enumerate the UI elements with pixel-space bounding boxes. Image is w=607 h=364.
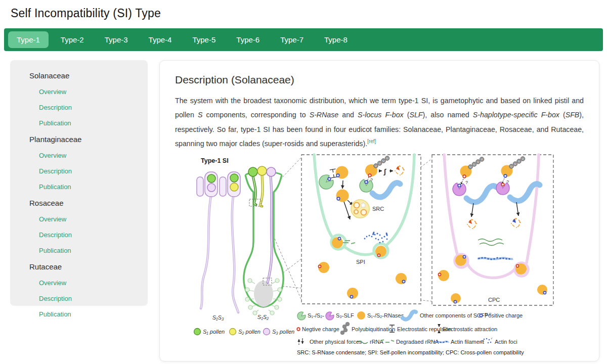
sidebar-link-rutaceae-description[interactable]: Description xyxy=(10,291,148,306)
tab-type-8[interactable]: Type-8 xyxy=(316,31,356,48)
sidebar-link-plantaginaceae-description[interactable]: Description xyxy=(10,163,148,179)
svg-text:S₃-SLF: S₃-SLF xyxy=(336,312,354,318)
tab-type-7[interactable]: Type-7 xyxy=(272,31,312,48)
sidebar-link-rutaceae-overview[interactable]: Overview xyxy=(10,275,148,291)
page-title: Self Incompatibility (SI) Type xyxy=(11,7,607,20)
sidebar-link-solanaceae-publication[interactable]: Publication xyxy=(10,115,148,131)
svg-text:Other physical forces: Other physical forces xyxy=(310,339,362,345)
description-panel: Description (Solanaceae) The system with… xyxy=(159,60,599,361)
src-label: SRC xyxy=(372,206,384,212)
sidebar-link-solanaceae-overview[interactable]: Overview xyxy=(10,84,148,100)
sidebar-family-plantaginaceae: Plantaginaceae xyxy=(10,131,148,148)
cpc-panel: ? ? xyxy=(432,155,553,305)
svg-text:Degradaed rRNA: Degradaed rRNA xyxy=(396,339,439,345)
svg-text:Electrostatic attraction: Electrostatic attraction xyxy=(443,326,497,332)
abbreviation-line: SRC: S-RNase condensate; SPI: Self-polle… xyxy=(297,349,524,355)
tab-type-5[interactable]: Type-5 xyxy=(184,31,224,48)
tab-type-6[interactable]: Type-6 xyxy=(228,31,268,48)
s1s2-label: S₁S₂ xyxy=(257,314,269,320)
sidebar-link-rosaceae-publication[interactable]: Publication xyxy=(10,243,148,258)
sidebar-link-rosaceae-description[interactable]: Description xyxy=(10,227,148,243)
tab-type-1[interactable]: Type-1 xyxy=(8,31,49,48)
svg-text:Positive charge: Positive charge xyxy=(485,312,523,318)
tab-type-3[interactable]: Type-3 xyxy=(96,31,137,48)
figure-legend-row2: Negtive charge Polyubiquitination Electr… xyxy=(297,322,497,335)
svg-text:Polyubiquitination: Polyubiquitination xyxy=(352,326,395,332)
pistil-s1s3 xyxy=(197,172,240,312)
tab-type-4[interactable]: Type-4 xyxy=(140,31,181,48)
reference-link[interactable]: [ref] xyxy=(367,139,376,144)
svg-text:?: ? xyxy=(465,180,468,185)
negative-charge-icon xyxy=(297,328,300,331)
si-figure: U U U U xyxy=(193,153,599,358)
sidebar-link-rosaceae-overview[interactable]: Overview xyxy=(10,211,148,227)
figure-legend-row1: S₁-/S₂- S₃-SLF S₁-/S₂-RNases Other compo… xyxy=(297,311,523,320)
sidebar-link-plantaginaceae-overview[interactable]: Overview xyxy=(10,148,148,163)
spi-label: SPI xyxy=(356,259,365,265)
svg-text:S₁-/S₂-: S₁-/S₂- xyxy=(308,312,324,318)
section-heading: Description (Solanaceae) xyxy=(175,74,584,86)
svg-text:S₁-/S₂-RNases: S₁-/S₂-RNases xyxy=(367,312,404,318)
figure-legend-row3: Other physical forces rRNA Degradaed rRN… xyxy=(299,338,517,345)
slf-green-icon xyxy=(297,312,306,320)
positive-charge-icon xyxy=(480,314,483,317)
slf-purple-icon xyxy=(326,312,334,320)
other-forces-icon xyxy=(299,338,302,345)
svg-text:S₃ pollen: S₃ pollen xyxy=(272,329,294,335)
figure-title: Type-1 SI xyxy=(201,157,229,164)
s-rnase-icon xyxy=(357,311,365,320)
svg-text:S₂ pollen: S₂ pollen xyxy=(238,329,261,335)
sidebar-link-solanaceae-description[interactable]: Description xyxy=(10,100,148,115)
sidebar-link-plantaginaceae-publication[interactable]: Publication xyxy=(10,179,148,195)
pollen-legend: S₁ pollen S₂ pollen S₃ pollen xyxy=(194,328,295,335)
cpc-label: CPC xyxy=(488,297,500,303)
sidebar-family-solanaceae: Solanaceae xyxy=(10,67,148,84)
spi-panel: SRC ∫ xyxy=(301,155,421,304)
scf-icon xyxy=(403,311,416,319)
description-paragraph: The system with the broadest taxonomic d… xyxy=(175,94,584,151)
sidebar-family-rosaceae: Rosaceae xyxy=(10,195,148,211)
s1s3-label: S₁S₃ xyxy=(212,314,224,321)
tab-type-2[interactable]: Type-2 xyxy=(52,31,93,48)
type-tabbar: Type-1 Type-2 Type-3 Type-4 Type-5 Type-… xyxy=(4,28,603,51)
src-condensate xyxy=(351,200,369,218)
family-sidebar: Solanaceae Overview Description Publicat… xyxy=(10,60,148,306)
sidebar-link-rutaceae-publication[interactable]: Publication xyxy=(10,306,148,322)
pistil-s1s2 xyxy=(244,166,283,315)
svg-text:rRNA: rRNA xyxy=(370,339,384,345)
svg-text:Actin filament: Actin filament xyxy=(451,339,484,345)
polyubiquitination-icon xyxy=(340,322,350,335)
sidebar-family-rutaceae: Rutaceae xyxy=(10,258,148,275)
svg-text:Actin foci: Actin foci xyxy=(495,339,517,345)
svg-text:S₁ pollen: S₁ pollen xyxy=(203,329,225,335)
svg-text:Negtive charge: Negtive charge xyxy=(302,326,339,332)
